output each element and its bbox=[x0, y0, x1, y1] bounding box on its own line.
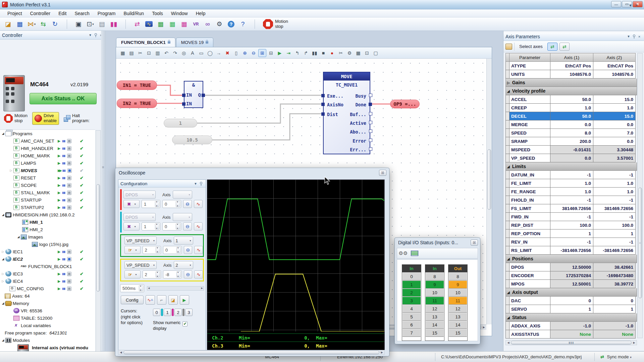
drive-enable-button[interactable]: Driveenable bbox=[32, 112, 59, 125]
parameter-row[interactable]: ADDAX_AXIS -1.0 -1.0 bbox=[505, 322, 637, 330]
toolbar-icon[interactable] bbox=[249, 19, 260, 30]
parameter-row[interactable]: ◢ Positions bbox=[505, 255, 637, 263]
breakpoint-icon[interactable]: ✂ bbox=[337, 49, 345, 57]
channel-mode-dropdown[interactable]: ☞ ▾ bbox=[124, 270, 141, 278]
windows-icon[interactable]: ⊡ bbox=[363, 49, 371, 57]
run-icon[interactable]: ▶ bbox=[58, 205, 60, 210]
run-icon[interactable]: ▶ bbox=[58, 279, 60, 283]
run-icon[interactable]: ▶ bbox=[58, 146, 60, 151]
run-icon[interactable]: ▶ bbox=[58, 154, 60, 158]
tree-row[interactable]: ▷ IEC1 ▶ ▮▮ ✔ bbox=[0, 248, 95, 255]
expander-closed-icon[interactable]: ▷ bbox=[1, 250, 5, 253]
delete-icon[interactable]: ✖ bbox=[223, 49, 231, 57]
stop-icon[interactable] bbox=[67, 205, 71, 210]
fbd-input-node[interactable]: IN2 = TRUE bbox=[117, 99, 157, 108]
pin-icon[interactable] bbox=[631, 34, 637, 39]
menu-item[interactable]: Controller bbox=[26, 10, 55, 17]
menu-item[interactable]: Window bbox=[167, 10, 192, 17]
scope-horizontal-scrollbar[interactable]: ◀▶ bbox=[118, 350, 385, 355]
expander-closed-icon[interactable]: ▷ bbox=[1, 272, 5, 275]
copy-icon[interactable]: ⊡ bbox=[145, 49, 153, 57]
toolbar-icon[interactable] bbox=[61, 19, 72, 30]
parameter-row[interactable]: UNITS 1048576.0 1048576.0 bbox=[505, 70, 637, 79]
close-icon[interactable]: ☒ bbox=[471, 240, 478, 246]
io-bit-cell[interactable]: 14 bbox=[426, 321, 444, 329]
parameter-row[interactable]: SPEED 8.0 7.0 bbox=[505, 129, 637, 137]
section-header[interactable]: ◢ Velocity profile bbox=[505, 87, 637, 95]
auto-refresh-icon[interactable]: ⇄ bbox=[547, 43, 557, 51]
auto-offset-icon[interactable]: ⊖ bbox=[183, 200, 192, 208]
parameter-row[interactable]: MERGE 0.0 0.0 bbox=[505, 120, 637, 129]
start-scope-icon[interactable]: ▶ bbox=[180, 295, 189, 305]
tree-row[interactable]: ◢ HMIDESIGN.HMI (192.168.0.2 bbox=[0, 211, 95, 218]
menu-item[interactable]: Project bbox=[3, 10, 26, 17]
parameter-dropdown[interactable]: VP_SPEED▾ bbox=[124, 237, 157, 245]
section-header[interactable]: ▷ Gains bbox=[505, 79, 637, 87]
compare-programs-icon[interactable]: ⇄ bbox=[132, 19, 143, 30]
io-list-icon[interactable] bbox=[410, 249, 419, 258]
pause-icon[interactable]: ▮▮ bbox=[62, 206, 65, 209]
io-bit-cell[interactable]: 12 bbox=[426, 305, 444, 313]
io-bit-cell[interactable]: 15 bbox=[426, 329, 444, 337]
tree-row[interactable]: STARTUP ▶ ▮▮ ✔ bbox=[0, 196, 95, 204]
fbd-move-block[interactable]: MOVE TC_MOVE1 Exe... AxisNo Dist Busy Do… bbox=[323, 72, 370, 154]
parameter-row[interactable]: SERVO 1 1 bbox=[505, 305, 637, 313]
io-bit-cell[interactable]: 13 bbox=[426, 313, 444, 321]
parameter-row[interactable]: CREEP 1.0 1.0 bbox=[505, 104, 637, 112]
io-bit-cell[interactable]: 14 bbox=[449, 321, 467, 329]
config-button[interactable]: Config bbox=[121, 296, 144, 304]
expander-open-icon[interactable]: ◢ bbox=[16, 235, 21, 239]
parameter-row[interactable]: REP_OPTION 1 1 bbox=[505, 229, 637, 238]
tree-row[interactable]: MC_CONFIG ▶ ▮▮ ✔ bbox=[0, 285, 95, 292]
tree-row[interactable]: ◢ Images bbox=[0, 233, 95, 241]
run-icon[interactable]: ▶ bbox=[58, 183, 60, 188]
samples-spinner[interactable]: 1 bbox=[142, 222, 160, 230]
pause-icon[interactable]: ▮▮ bbox=[62, 280, 65, 283]
pause-icon[interactable]: ▮▮ bbox=[62, 287, 65, 290]
parameter-row[interactable]: DATUM_IN -1 -1 bbox=[505, 171, 637, 179]
stop-icon[interactable] bbox=[67, 279, 71, 283]
parameter-row[interactable]: REP_DIST 100.0 100.0 bbox=[505, 221, 637, 229]
trigger-icon[interactable]: ∿ bbox=[194, 246, 203, 254]
parameter-row[interactable]: VP_SPEED 0.0 3.57001 bbox=[505, 154, 637, 162]
stop-icon[interactable] bbox=[67, 168, 72, 173]
tab-list-icon[interactable]: ▼ bbox=[629, 3, 632, 8]
zoom-out-icon[interactable]: ⊖ bbox=[250, 49, 258, 57]
record-icon[interactable]: ● bbox=[328, 49, 336, 57]
parameter-row[interactable]: REV_IN -1 -1 bbox=[505, 238, 637, 246]
reconnect-icon[interactable]: ⇆ bbox=[38, 19, 49, 30]
tree-row[interactable]: Internal axis (virtual modu bbox=[0, 344, 95, 351]
section-header[interactable]: ◢ Axis output bbox=[505, 288, 637, 297]
cursor-button[interactable]: 2 bbox=[174, 309, 182, 316]
axis-dropdown[interactable]: 1▾ bbox=[174, 237, 193, 245]
offset-spinner[interactable]: 0 bbox=[162, 222, 181, 230]
stop-icon[interactable] bbox=[67, 161, 71, 165]
expander-open-icon[interactable]: ◢ bbox=[1, 132, 5, 135]
fbd-const-node[interactable]: 10.5 bbox=[172, 136, 212, 144]
parameter-row[interactable]: DAC 0 0 bbox=[505, 297, 637, 305]
snap-icon[interactable]: ⊟ bbox=[267, 49, 275, 57]
step-in-icon[interactable]: ↱ bbox=[302, 49, 310, 57]
io-bit-cell[interactable]: 15 bbox=[449, 329, 467, 337]
pause-icon[interactable]: ▮▮ bbox=[62, 162, 65, 165]
fbd-and-block[interactable]: & IN IN Q bbox=[184, 81, 203, 108]
parameter-row[interactable]: SRAMP 200.0 0.0 bbox=[505, 137, 637, 146]
parameter-row[interactable]: DECEL 50.0 15.0 bbox=[505, 112, 637, 120]
run-icon[interactable]: ▶ bbox=[58, 139, 60, 143]
tree-row[interactable]: FUNCTION_BLOCK1 bbox=[0, 263, 95, 270]
minimize-button[interactable]: — bbox=[611, 1, 621, 7]
pause-icon[interactable]: ▮▮ bbox=[62, 176, 65, 179]
parameter-row[interactable]: FHOLD_IN -1 -1 bbox=[505, 196, 637, 204]
watch-variables-icon[interactable]: ∞ bbox=[202, 19, 213, 30]
open-project-icon[interactable]: ◪ bbox=[3, 19, 13, 30]
trace-mode-icon[interactable]: ∿A bbox=[146, 295, 155, 305]
motion-stop-button[interactable]: Motionstop bbox=[2, 112, 30, 124]
step-trace-icon[interactable]: ⌐ bbox=[157, 295, 166, 305]
pause-icon[interactable]: ▮▮ bbox=[62, 140, 65, 143]
io-bit-cell[interactable]: 8 bbox=[426, 273, 444, 280]
io-bit-cell[interactable]: 11 bbox=[426, 297, 444, 305]
step-out-icon[interactable]: ↰ bbox=[293, 49, 301, 57]
pause-icon[interactable]: ▮▮ bbox=[62, 191, 65, 194]
menu-item[interactable]: Help bbox=[192, 10, 210, 17]
section-header[interactable]: ◢ Status bbox=[505, 313, 637, 322]
